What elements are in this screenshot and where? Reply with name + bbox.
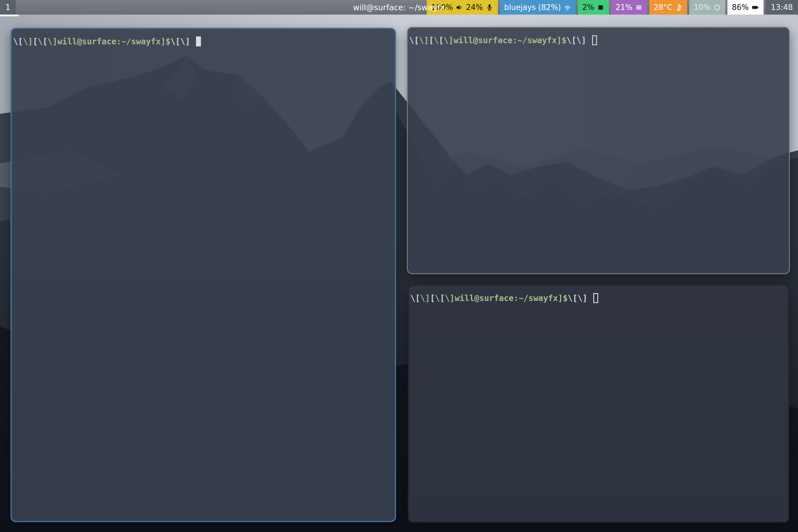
prompt-segment: \] (23, 37, 33, 46)
bar-module-circle[interactable]: 10% (689, 0, 725, 15)
prompt-segment: [ (439, 36, 444, 45)
temperature-icon (675, 3, 683, 12)
prompt-segment: [ (440, 293, 445, 303)
clock-value: 13:48 (771, 3, 793, 12)
bar-module-audio[interactable]: 100% 24% (427, 0, 498, 15)
workspace-underline (0, 15, 19, 16)
prompt-segment: \[\] (566, 36, 586, 45)
bar-module-network[interactable]: bluejays (82%) (500, 0, 576, 15)
terminal-cursor (592, 35, 597, 45)
prompt-segment: \[\] (568, 293, 587, 303)
prompt-segment: \[ (409, 36, 419, 45)
terminal-window-bottom-right[interactable]: \[\][\[\]will@surface:~/swayfx]$\[\] (408, 284, 789, 522)
prompt-segment: \ (434, 36, 439, 45)
prompt-segment: [ (430, 293, 435, 303)
prompt-segment: \ (435, 293, 440, 303)
prompt-segment: \ (38, 37, 43, 46)
prompt-segment: \[ (13, 37, 23, 46)
menu-lines-icon (635, 3, 643, 12)
terminal-window-top-right[interactable]: \[\][\[\]will@surface:~/swayfx]$\[\] (407, 27, 790, 274)
lines-value: 21% (615, 3, 632, 12)
prompt-segment: \] (420, 293, 430, 303)
prompt-segment: \]will@surface:~/swayfx]$ (444, 36, 566, 45)
shell-prompt: \[\][\[\]will@surface:~/swayfx]$\[\] (12, 29, 395, 55)
circle-icon (713, 3, 721, 12)
bar-module-chip[interactable]: 2% (578, 0, 609, 15)
prompt-segment: [ (429, 36, 434, 45)
prompt-segment: \]will@surface:~/swayfx]$ (48, 37, 170, 46)
chip-value: 2% (582, 3, 594, 12)
volume-value: 100% (431, 3, 453, 12)
wifi-icon (564, 3, 571, 12)
prompt-segment: \]will@surface:~/swayfx]$ (445, 293, 568, 303)
terminal-cursor (196, 36, 201, 46)
terminal-window-left[interactable]: \[\][\[\]will@surface:~/swayfx]$\[\] (11, 28, 396, 522)
shell-prompt: \[\][\[\]will@surface:~/swayfx]$\[\] (408, 28, 789, 53)
volume-icon (456, 3, 463, 12)
mic-value: 24% (466, 3, 483, 12)
shell-prompt: \[\][\[\]will@surface:~/swayfx]$\[\] (409, 286, 788, 311)
workspace-button[interactable]: 1 (0, 0, 16, 15)
network-value: bluejays (82%) (504, 3, 561, 12)
status-bar: 1 will@surface: ~/swayfx 100% 24% blueja… (0, 0, 798, 15)
chip-icon (597, 3, 605, 12)
bar-module-battery[interactable]: 86% (727, 0, 764, 15)
temperature-value: 28°C (653, 3, 672, 12)
bar-module-lines[interactable]: 21% (611, 0, 647, 15)
circle-value: 10% (694, 3, 710, 12)
terminal-cursor (593, 293, 598, 303)
bar-module-temperature[interactable]: 28°C (649, 0, 687, 15)
bar-modules: 100% 24% bluejays (82%) 2% (427, 0, 798, 15)
bar-module-clock[interactable]: 13:48 (766, 0, 798, 15)
prompt-segment: \] (419, 36, 429, 45)
prompt-segment: \[\] (170, 37, 190, 46)
prompt-segment: \[ (411, 293, 420, 303)
battery-value: 86% (732, 3, 749, 12)
mic-icon (486, 3, 494, 12)
prompt-segment: [ (33, 37, 38, 46)
battery-icon (751, 3, 759, 12)
prompt-segment: [ (43, 37, 48, 46)
